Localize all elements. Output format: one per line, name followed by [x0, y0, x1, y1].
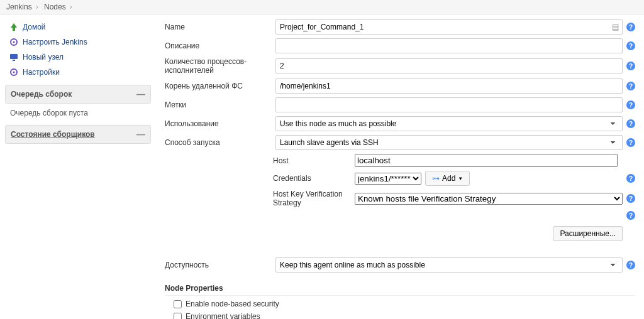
arrow-up-icon — [9, 22, 19, 32]
advanced-button[interactable]: Расширенные... — [553, 226, 623, 241]
help-icon[interactable]: ? — [626, 100, 635, 109]
collapse-icon[interactable]: — — [136, 129, 145, 139]
sidebar-item-label: Настройки — [23, 68, 60, 77]
name-input[interactable] — [275, 19, 623, 35]
sidebar-item-label: Настроить Jenkins — [23, 38, 87, 46]
gear-icon — [9, 67, 19, 77]
help-icon[interactable]: ? — [626, 41, 635, 50]
help-icon[interactable]: ? — [626, 211, 635, 220]
executor-status-header: Состояние сборщиков — — [5, 125, 151, 144]
launch-select[interactable]: Launch slave agents via SSH — [275, 135, 623, 150]
build-queue-header: Очередь сборок — — [5, 85, 151, 104]
help-icon[interactable]: ? — [626, 62, 635, 70]
build-queue-title: Очередь сборок — [11, 90, 72, 99]
sidebar-item-label: Домой — [23, 23, 46, 31]
svg-point-5 — [13, 72, 15, 73]
executors-input[interactable] — [275, 58, 623, 73]
add-label: Add — [442, 174, 455, 183]
key-icon: ⊶ — [432, 174, 440, 183]
credentials-label: Credentials — [273, 174, 355, 183]
gear-icon — [9, 37, 19, 47]
breadcrumb-item[interactable]: Jenkins — [6, 3, 32, 11]
collapse-icon[interactable]: — — [136, 89, 145, 99]
checkbox[interactable] — [174, 300, 182, 308]
help-icon[interactable]: ? — [626, 194, 635, 203]
help-icon[interactable]: ? — [626, 82, 635, 90]
chevron-right-icon: › — [36, 3, 38, 11]
build-queue-empty: Очередь сборок пуста — [5, 106, 156, 120]
sidebar: Домой Настроить Jenkins Новый узел Настр… — [0, 14, 156, 319]
remote-root-label: Корень удаленной ФС — [165, 82, 275, 90]
edit-icon[interactable]: ▤ — [612, 23, 619, 31]
remote-root-input[interactable] — [275, 78, 623, 94]
main-content: Name ▤ ? Описание ? Количество процессов… — [156, 14, 644, 319]
help-icon[interactable]: ? — [626, 23, 635, 31]
svg-rect-3 — [13, 60, 15, 61]
checkbox[interactable] — [174, 313, 182, 320]
monitor-icon — [9, 52, 19, 62]
sidebar-item-new-node[interactable]: Новый узел — [5, 50, 156, 65]
labels-input[interactable] — [275, 97, 623, 112]
launch-label: Способ запуска — [165, 138, 275, 147]
credentials-select[interactable]: jenkins1/****** — [355, 173, 421, 185]
executors-label: Количество процессов-исполнителей — [165, 57, 275, 75]
executor-status-title[interactable]: Состояние сборщиков — [11, 130, 95, 139]
sidebar-item-label: Новый узел — [23, 53, 64, 62]
availability-label: Доступность — [165, 261, 275, 269]
checkbox-label: Enable node-based security — [186, 300, 279, 308]
availability-select[interactable]: Keep this agent online as much as possib… — [275, 257, 623, 273]
chevron-right-icon: › — [70, 3, 72, 11]
sidebar-item-settings[interactable]: Настройки — [5, 65, 156, 80]
breadcrumb-item[interactable]: Nodes — [44, 3, 66, 11]
hostkey-label: Host Key Verification Strategy — [273, 190, 355, 207]
svg-point-1 — [13, 41, 15, 43]
hostkey-select[interactable]: Known hosts file Verification Strategy — [355, 193, 623, 205]
host-label: Host — [273, 156, 355, 165]
description-input[interactable] — [275, 38, 623, 53]
node-properties-title: Node Properties — [165, 284, 635, 296]
nodeprop-env[interactable]: Environment variables — [174, 312, 635, 319]
svg-rect-2 — [10, 54, 18, 59]
checkbox-label: Environment variables — [186, 312, 260, 319]
chevron-down-icon: ▼ — [458, 176, 463, 181]
name-label: Name — [165, 23, 275, 31]
nodeprop-security[interactable]: Enable node-based security — [174, 300, 635, 308]
usage-label: Использование — [165, 119, 275, 128]
sidebar-item-configure[interactable]: Настроить Jenkins — [5, 35, 156, 50]
breadcrumb: Jenkins› Nodes› — [0, 0, 644, 14]
labels-label: Метки — [165, 100, 275, 109]
help-icon[interactable]: ? — [626, 174, 635, 183]
help-icon[interactable]: ? — [626, 261, 635, 269]
add-credentials-button[interactable]: ⊶ Add ▼ — [425, 171, 470, 186]
host-input[interactable] — [355, 154, 618, 167]
usage-select[interactable]: Use this node as much as possible — [275, 116, 623, 131]
help-icon[interactable]: ? — [626, 119, 635, 128]
help-icon[interactable]: ? — [626, 138, 635, 147]
sidebar-item-home[interactable]: Домой — [5, 19, 156, 35]
description-label: Описание — [165, 41, 275, 50]
